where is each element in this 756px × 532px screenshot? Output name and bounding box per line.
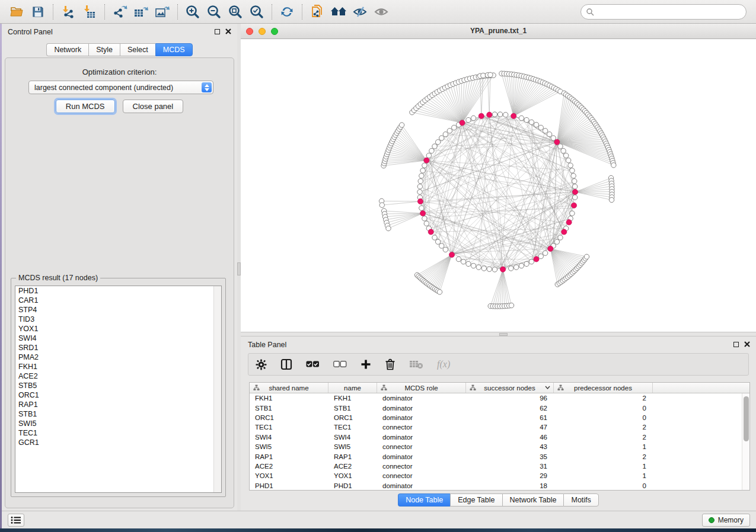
cell-shared-name[interactable]: PHD1 [250, 481, 328, 491]
table-row[interactable]: SWI4SWI4dominator462 [250, 432, 749, 442]
cell-name[interactable]: RAP1 [328, 451, 377, 461]
criterion-select[interactable]: largest connected component (undirected) [28, 81, 213, 94]
import-table-button[interactable] [79, 2, 100, 21]
tab-network-table[interactable]: Network Table [502, 493, 564, 507]
cell-shared-name[interactable]: ACE2 [250, 462, 328, 471]
cell-predecessor-nodes[interactable]: 0 [554, 403, 653, 412]
show-column-panel-button[interactable] [280, 356, 292, 373]
zoom-out-button[interactable] [203, 2, 225, 21]
refresh-view-button[interactable] [276, 2, 298, 21]
select-all-rows-button[interactable] [306, 356, 320, 373]
tab-select[interactable]: Select [120, 43, 155, 56]
cell-name[interactable]: YOX1 [328, 471, 377, 480]
float-panel-icon[interactable] [733, 342, 739, 347]
cell-predecessor-nodes[interactable]: 1 [554, 442, 653, 451]
cell-name[interactable]: ORC1 [328, 413, 377, 422]
cell-MCDS-role[interactable]: connector [377, 462, 466, 471]
close-panel-icon[interactable] [744, 341, 750, 347]
list-item[interactable]: SWI4 [15, 334, 221, 343]
hide-selected-button[interactable] [349, 2, 371, 21]
network-canvas[interactable] [241, 39, 756, 332]
cell-successor-nodes[interactable]: 61 [466, 413, 554, 422]
list-item[interactable]: FKH1 [15, 362, 221, 371]
cell-name[interactable]: SWI4 [328, 432, 377, 442]
memory-button[interactable]: Memory [702, 514, 750, 527]
cell-name[interactable]: SWI5 [328, 442, 377, 451]
list-item[interactable]: YOX1 [15, 324, 221, 334]
cell-successor-nodes[interactable]: 47 [466, 422, 554, 432]
cell-MCDS-role[interactable]: dominator [377, 393, 466, 403]
list-item[interactable]: SWI5 [15, 419, 221, 428]
home-layout-button[interactable] [328, 2, 349, 21]
list-item[interactable]: ORC1 [15, 390, 221, 400]
cell-MCDS-role[interactable]: connector [377, 422, 466, 432]
run-mcds-button[interactable]: Run MCDS [56, 100, 115, 113]
zoom-fit-button[interactable] [225, 2, 246, 21]
cell-shared-name[interactable]: FKH1 [250, 393, 328, 403]
mcds-result-list[interactable]: PHD1CAR1STP4TID3YOX1SWI4SRD1PMA2FKH1ACE2… [15, 286, 222, 493]
cell-predecessor-nodes[interactable]: 2 [554, 422, 653, 432]
list-item[interactable]: STP4 [15, 305, 221, 315]
import-network-button[interactable] [58, 2, 79, 21]
cell-name[interactable]: FKH1 [328, 393, 377, 403]
network-graph[interactable] [241, 39, 756, 332]
table-row[interactable]: TEC1TEC1connector472 [250, 422, 749, 432]
cell-shared-name[interactable]: SWI4 [250, 432, 328, 442]
cell-name[interactable]: PHD1 [328, 481, 377, 491]
cell-successor-nodes[interactable]: 18 [466, 481, 554, 491]
list-item[interactable]: CAR1 [15, 296, 221, 305]
task-history-button[interactable] [8, 514, 24, 527]
list-item[interactable]: PMA2 [15, 352, 221, 362]
cell-successor-nodes[interactable]: 31 [466, 462, 554, 471]
delete-column-button[interactable] [385, 356, 395, 373]
list-item[interactable]: ACE2 [15, 371, 221, 381]
cell-shared-name[interactable]: ORC1 [250, 413, 328, 422]
list-item[interactable]: RAP1 [15, 400, 221, 409]
cell-shared-name[interactable]: TEC1 [250, 422, 328, 432]
search-field[interactable] [580, 4, 747, 20]
column-header-shared-name[interactable]: shared name [250, 383, 328, 393]
cell-MCDS-role[interactable]: dominator [377, 413, 466, 422]
cell-predecessor-nodes[interactable]: 2 [554, 393, 653, 403]
list-item[interactable]: STB5 [15, 381, 221, 390]
cell-MCDS-role[interactable]: connector [377, 442, 466, 451]
horizontal-splitter[interactable] [241, 332, 756, 336]
tab-network[interactable]: Network [46, 43, 88, 56]
list-item[interactable]: TID3 [15, 315, 221, 324]
tab-motifs[interactable]: Motifs [563, 493, 598, 507]
tab-style[interactable]: Style [88, 43, 120, 56]
cell-predecessor-nodes[interactable]: 0 [554, 413, 653, 422]
cell-name[interactable]: ACE2 [328, 462, 377, 471]
cell-MCDS-role[interactable]: dominator [377, 432, 466, 442]
table-row[interactable]: FKH1FKH1dominator962 [250, 393, 749, 403]
export-image-button[interactable] [152, 2, 173, 21]
create-column-button[interactable] [361, 356, 371, 373]
cell-predecessor-nodes[interactable]: 1 [554, 462, 653, 471]
splitter-grip[interactable] [499, 333, 508, 336]
cell-predecessor-nodes[interactable]: 0 [554, 481, 653, 491]
share-document-button[interactable] [307, 2, 328, 21]
cell-predecessor-nodes[interactable]: 1 [554, 471, 653, 480]
tab-node-table[interactable]: Node Table [398, 493, 450, 507]
table-row[interactable]: SWI5SWI5connector431 [250, 442, 749, 451]
table-options-button[interactable] [256, 356, 267, 373]
list-item[interactable]: GCR1 [15, 438, 221, 447]
list-item[interactable]: STB1 [15, 409, 221, 419]
cell-successor-nodes[interactable]: 46 [466, 432, 554, 442]
table-row[interactable]: YOX1YOX1connector291 [250, 471, 749, 480]
zoom-in-button[interactable] [182, 2, 203, 21]
tab-edge-table[interactable]: Edge Table [450, 493, 502, 507]
export-network-button[interactable] [109, 2, 130, 21]
cell-name[interactable]: STB1 [328, 403, 377, 412]
cell-successor-nodes[interactable]: 43 [466, 442, 554, 451]
cell-MCDS-role[interactable]: dominator [377, 403, 466, 412]
cell-shared-name[interactable]: STB1 [250, 403, 328, 412]
column-header-name[interactable]: name [328, 383, 377, 393]
list-item[interactable]: SRD1 [15, 343, 221, 352]
float-panel-icon[interactable] [215, 29, 220, 34]
cell-shared-name[interactable]: YOX1 [250, 471, 328, 480]
scrollbar-thumb[interactable] [744, 396, 749, 441]
save-session-button[interactable] [27, 2, 49, 21]
cell-successor-nodes[interactable]: 96 [466, 393, 554, 403]
export-table-button[interactable] [130, 2, 152, 21]
